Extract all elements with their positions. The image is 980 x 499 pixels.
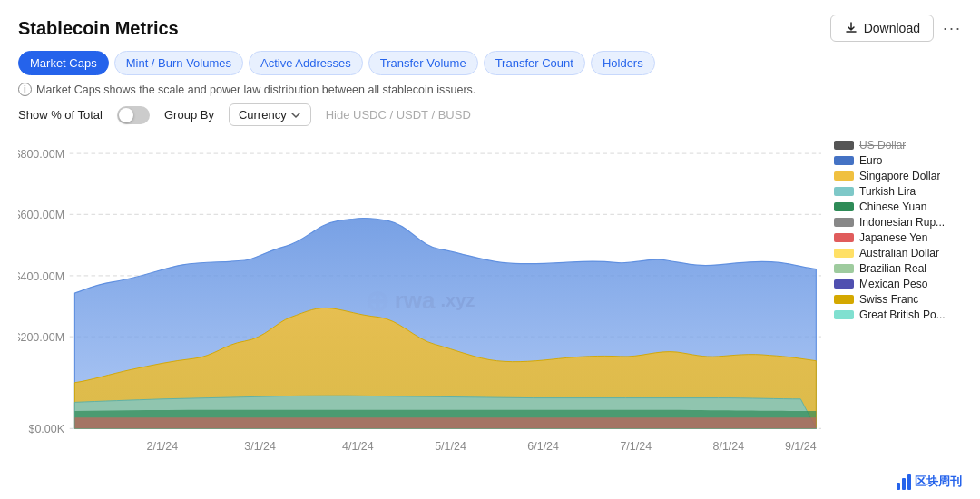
legend-color-sgd	[834, 171, 854, 181]
legend-label-brl: Brazilian Real	[859, 262, 926, 275]
legend-label-aud: Australian Dollar	[859, 247, 939, 259]
legend-color-chf	[834, 295, 854, 304]
hide-usdc-button[interactable]: Hide USDC / USDT / BUSD	[326, 108, 471, 122]
legend-color-aud	[834, 249, 854, 258]
controls-row: Show % of Total Group By Currency Hide U…	[18, 103, 962, 126]
tab-transfer-volume[interactable]: Transfer Volume	[368, 51, 478, 75]
legend-item-idr: Indonesian Rup...	[834, 216, 962, 229]
svg-text:9/1/24: 9/1/24	[785, 439, 817, 453]
legend-color-brl	[834, 264, 854, 273]
legend-item-usd: US Dollar	[834, 139, 962, 152]
show-pct-toggle[interactable]	[117, 106, 150, 124]
svg-text:$400.00M: $400.00M	[18, 269, 64, 282]
legend-label-jpy: Japanese Yen	[859, 231, 927, 244]
tab-mint-burn[interactable]: Mint / Burn Volumes	[114, 51, 243, 75]
tab-transfer-count[interactable]: Transfer Count	[484, 51, 585, 75]
download-button[interactable]: Download	[830, 15, 934, 42]
legend-label-gbp: Great British Po...	[859, 308, 946, 321]
bar3	[907, 474, 911, 490]
legend: US Dollar Euro Singapore Dollar Turkish …	[821, 132, 962, 470]
svg-text:3/1/24: 3/1/24	[244, 439, 276, 453]
legend-label-chf: Swiss Franc	[859, 293, 918, 306]
legend-item-cny: Chinese Yuan	[834, 201, 962, 213]
tab-market-caps[interactable]: Market Caps	[18, 51, 109, 75]
chart-svg: $800.00M $600.00M $400.00M $200.00M $0.0…	[18, 132, 821, 470]
info-icon: i	[18, 83, 32, 96]
legend-color-jpy	[834, 233, 854, 242]
brand-name: 区块周刊	[915, 474, 962, 490]
tabs-row: Market Caps Mint / Burn Volumes Active A…	[18, 51, 962, 75]
svg-text:2/1/24: 2/1/24	[146, 439, 178, 453]
legend-label-eur: Euro	[859, 154, 882, 167]
legend-item-eur: Euro	[834, 154, 962, 167]
legend-item-aud: Australian Dollar	[834, 247, 962, 259]
group-by-select[interactable]: Currency	[229, 103, 311, 126]
svg-text:4/1/24: 4/1/24	[342, 439, 374, 453]
legend-color-eur	[834, 156, 854, 165]
legend-label-idr: Indonesian Rup...	[859, 216, 945, 229]
info-row: i Market Caps shows the scale and power …	[18, 83, 962, 96]
group-by-label: Group By	[164, 108, 214, 122]
brand-logo: 区块周刊	[897, 474, 962, 490]
legend-label-try: Turkish Lira	[859, 185, 916, 198]
bar1	[897, 483, 900, 490]
legend-label-usd: US Dollar	[859, 139, 906, 152]
legend-color-cny	[834, 202, 854, 211]
more-options-button[interactable]: ···	[943, 19, 962, 38]
download-icon	[844, 21, 858, 35]
brand-bars-icon	[897, 474, 911, 490]
chart-wrapper: $800.00M $600.00M $400.00M $200.00M $0.0…	[18, 132, 821, 470]
legend-label-sgd: Singapore Dollar	[859, 170, 940, 182]
chart-area: $800.00M $600.00M $400.00M $200.00M $0.0…	[18, 132, 962, 470]
bar2	[902, 478, 906, 490]
legend-item-sgd: Singapore Dollar	[834, 170, 962, 182]
legend-color-idr	[834, 218, 854, 227]
svg-text:$0.00K: $0.00K	[29, 422, 65, 435]
svg-text:$800.00M: $800.00M	[18, 147, 64, 161]
svg-text:6/1/24: 6/1/24	[527, 439, 559, 453]
svg-text:$200.00M: $200.00M	[18, 330, 64, 344]
toggle-knob	[119, 108, 133, 122]
legend-label-cny: Chinese Yuan	[859, 201, 927, 213]
legend-color-usd	[834, 141, 854, 150]
legend-color-mxn	[834, 279, 854, 289]
legend-label-mxn: Mexican Peso	[859, 278, 927, 290]
legend-item-chf: Swiss Franc	[834, 293, 962, 306]
info-text: Market Caps shows the scale and power la…	[36, 83, 475, 96]
group-by-value: Currency	[239, 108, 287, 122]
legend-color-try	[834, 187, 854, 196]
bottom-bar: 区块周刊	[18, 470, 962, 490]
svg-text:7/1/24: 7/1/24	[620, 439, 652, 453]
chevron-down-icon	[290, 110, 301, 121]
show-pct-label: Show % of Total	[18, 108, 103, 122]
svg-text:$600.00M: $600.00M	[18, 208, 64, 221]
legend-color-gbp	[834, 310, 854, 319]
legend-item-jpy: Japanese Yen	[834, 231, 962, 244]
svg-text:8/1/24: 8/1/24	[713, 439, 745, 453]
svg-text:5/1/24: 5/1/24	[435, 439, 466, 453]
legend-item-gbp: Great British Po...	[834, 308, 962, 321]
page-title: Stablecoin Metrics	[18, 18, 179, 39]
legend-item-brl: Brazilian Real	[834, 262, 962, 275]
tab-active-addresses[interactable]: Active Addresses	[249, 51, 363, 75]
tab-holders[interactable]: Holders	[591, 51, 655, 75]
legend-item-try: Turkish Lira	[834, 185, 962, 198]
legend-item-mxn: Mexican Peso	[834, 278, 962, 290]
